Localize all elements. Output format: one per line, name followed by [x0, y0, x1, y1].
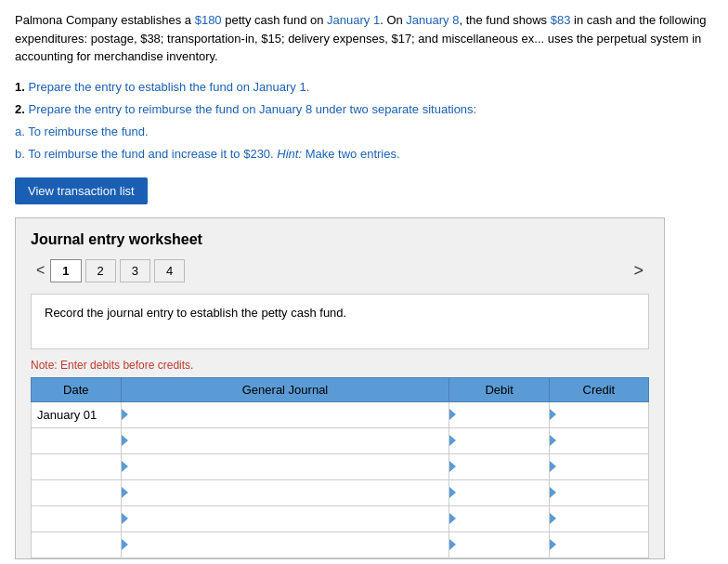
credit-input-3[interactable]	[550, 454, 648, 479]
q2-text: Prepare the entry to reimburse the fund …	[28, 102, 476, 116]
debit-input-1[interactable]	[449, 402, 548, 427]
credit-input-6[interactable]	[550, 532, 648, 557]
tab-1-button[interactable]: 1	[50, 259, 81, 282]
view-transaction-button[interactable]: View transaction list	[15, 177, 148, 204]
debit-input-5[interactable]	[449, 506, 548, 531]
q1-num: 1.	[15, 80, 25, 94]
debit-input-2[interactable]	[449, 428, 548, 453]
col-header-gj: General Journal	[121, 377, 449, 401]
amount-highlight: $180	[195, 13, 222, 27]
worksheet-title: Journal entry worksheet	[31, 231, 649, 248]
credit-cell-3[interactable]	[549, 453, 648, 479]
date-cell-3	[32, 453, 122, 479]
questions-section: 1. Prepare the entry to establish the fu…	[15, 77, 713, 164]
credit-input-4[interactable]	[550, 480, 648, 505]
question-a: a. To reimburse the fund.	[15, 122, 713, 142]
credit-input-1[interactable]	[550, 402, 648, 427]
amount-highlight-2: $83	[551, 13, 571, 27]
gj-cell-3[interactable]	[121, 453, 449, 479]
table-row	[32, 531, 649, 557]
tab-2-button[interactable]: 2	[85, 259, 116, 282]
gj-input-2[interactable]	[122, 428, 449, 453]
debit-cell-1[interactable]	[449, 401, 549, 427]
instruction-text: Record the journal entry to establish th…	[45, 306, 346, 320]
question-b: b. To reimburse the fund and increase it…	[15, 144, 713, 164]
date-cell-1: January 01	[32, 401, 122, 427]
date-highlight-1: January 1	[327, 13, 380, 27]
instruction-box: Record the journal entry to establish th…	[31, 294, 649, 349]
gj-input-1[interactable]	[122, 402, 449, 427]
credit-input-5[interactable]	[550, 506, 648, 531]
gj-cell-5[interactable]	[121, 505, 449, 531]
col-header-date: Date	[32, 377, 122, 401]
question-2: 2. Prepare the entry to reimburse the fu…	[15, 99, 713, 120]
debit-input-3[interactable]	[449, 454, 548, 479]
col-header-credit: Credit	[549, 377, 648, 401]
q1-text: Prepare the entry to establish the fund …	[28, 80, 309, 94]
debit-cell-4[interactable]	[449, 479, 549, 505]
date-cell-4	[32, 479, 122, 505]
debit-cell-2[interactable]	[449, 427, 549, 453]
date-cell-5	[32, 505, 122, 531]
gj-cell-1[interactable]	[121, 401, 449, 427]
debit-input-6[interactable]	[449, 532, 548, 557]
table-row	[32, 427, 649, 453]
tab-navigation: < 1 2 3 4 >	[31, 259, 649, 282]
nav-left-button[interactable]: <	[31, 261, 50, 280]
credit-cell-4[interactable]	[549, 479, 648, 505]
question-1: 1. Prepare the entry to establish the fu…	[15, 77, 713, 98]
debit-cell-6[interactable]	[449, 531, 549, 557]
gj-input-4[interactable]	[122, 480, 449, 505]
problem-text: Palmona Company establishes a $180 petty…	[15, 11, 713, 66]
qb-label: b. To reimburse the fund and increase it…	[15, 147, 400, 161]
date-cell-6	[32, 531, 122, 557]
table-row: January 01	[32, 401, 649, 427]
gj-cell-2[interactable]	[121, 427, 449, 453]
problem-line1: Palmona Company establishes a $180 petty…	[15, 13, 706, 63]
tab-4-button[interactable]: 4	[154, 259, 185, 282]
gj-cell-4[interactable]	[121, 479, 449, 505]
table-row	[32, 479, 649, 505]
q2-num: 2.	[15, 102, 25, 116]
gj-input-3[interactable]	[122, 454, 449, 479]
credit-input-2[interactable]	[550, 428, 648, 453]
gj-input-5[interactable]	[122, 506, 449, 531]
table-row	[32, 453, 649, 479]
debit-cell-3[interactable]	[449, 453, 549, 479]
worksheet-container: Journal entry worksheet < 1 2 3 4 > Reco…	[15, 217, 665, 559]
date-cell-2	[32, 427, 122, 453]
qa-label: a. To reimburse the fund.	[15, 125, 149, 138]
nav-right-button[interactable]: >	[628, 259, 649, 282]
journal-table: Date General Journal Debit Credit Januar…	[31, 377, 649, 558]
table-row	[32, 505, 649, 531]
gj-input-6[interactable]	[122, 532, 449, 557]
tab-3-button[interactable]: 3	[120, 259, 150, 282]
credit-cell-6[interactable]	[549, 531, 648, 557]
col-header-debit: Debit	[449, 377, 549, 401]
date-highlight-2: January 8	[406, 13, 459, 27]
gj-cell-6[interactable]	[121, 531, 449, 557]
credit-cell-5[interactable]	[549, 505, 648, 531]
note-text: Note: Enter debits before credits.	[31, 359, 649, 372]
debit-input-4[interactable]	[449, 480, 548, 505]
credit-cell-1[interactable]	[549, 401, 648, 427]
debit-cell-5[interactable]	[449, 505, 549, 531]
credit-cell-2[interactable]	[549, 427, 648, 453]
